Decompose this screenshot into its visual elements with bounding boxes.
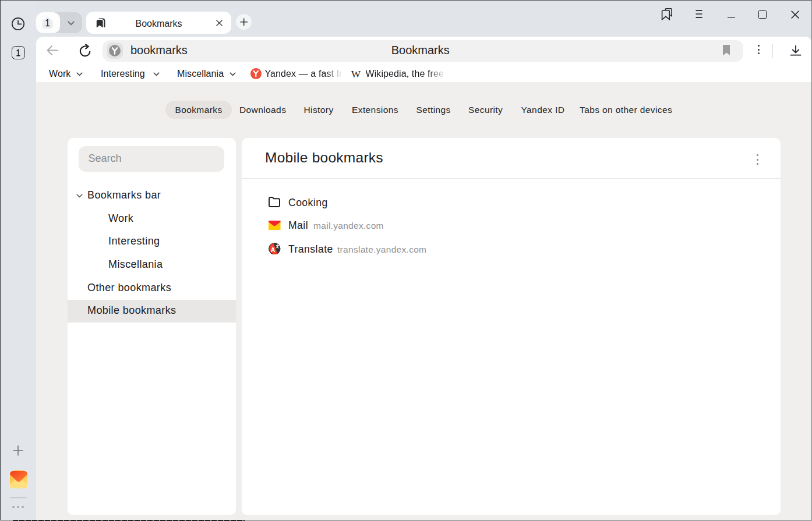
svg-text:A: A — [270, 246, 275, 253]
